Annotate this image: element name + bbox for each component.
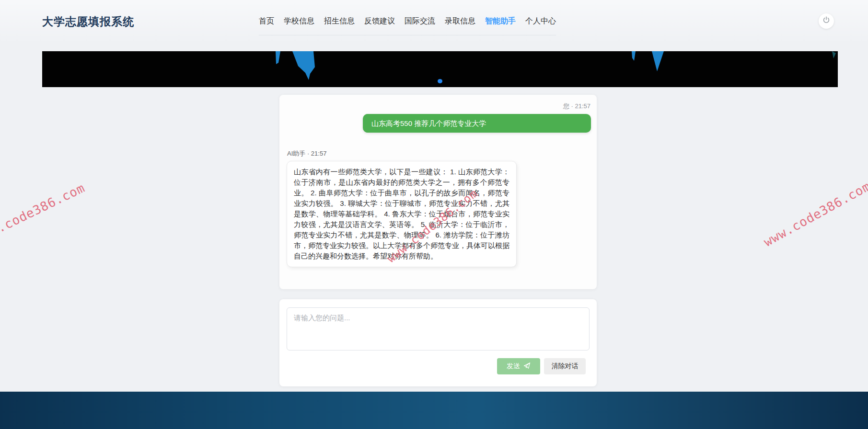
paper-plane-icon bbox=[523, 362, 531, 371]
ai-message-bubble: 山东省内有一些师范类大学，以下是一些建议： 1. 山东师范大学：位于济南市，是山… bbox=[287, 161, 517, 267]
composer-actions: 发送 清除对话 bbox=[279, 358, 597, 374]
header: 大学志愿填报系统 首页 学校信息 招生信息 反馈建议 国际交流 录取信息 智能助… bbox=[0, 0, 868, 43]
nav-item-admissions-info[interactable]: 招生信息 bbox=[324, 16, 355, 26]
nav-item-international[interactable]: 国际交流 bbox=[405, 16, 435, 26]
nav-item-admission-results[interactable]: 录取信息 bbox=[445, 16, 475, 26]
main-nav: 首页 学校信息 招生信息 反馈建议 国际交流 录取信息 智能助手 个人中心 bbox=[259, 16, 556, 35]
footer bbox=[0, 392, 868, 429]
nav-item-school-info[interactable]: 学校信息 bbox=[284, 16, 314, 26]
nav-item-profile[interactable]: 个人中心 bbox=[525, 16, 556, 26]
send-button-label: 发送 bbox=[507, 362, 520, 371]
send-button[interactable]: 发送 bbox=[497, 358, 540, 374]
clear-conversation-button[interactable]: 清除对话 bbox=[544, 358, 586, 374]
logout-button[interactable] bbox=[819, 13, 834, 29]
power-icon bbox=[822, 16, 830, 26]
user-message-meta: 您 · 21:57 bbox=[563, 102, 590, 111]
nav-item-ai-assistant[interactable]: 智能助手 bbox=[485, 16, 516, 26]
ai-message-meta: AI助手 · 21:57 bbox=[287, 149, 326, 158]
watermark-right: www.code386.com bbox=[761, 179, 868, 249]
question-input[interactable] bbox=[287, 307, 590, 350]
chat-history-card: 您 · 21:57 山东高考550 推荐几个师范专业大学 AI助手 · 21:5… bbox=[279, 95, 597, 289]
nav-item-home[interactable]: 首页 bbox=[259, 16, 274, 26]
carousel-banner bbox=[42, 51, 838, 87]
user-message-bubble: 山东高考550 推荐几个师范专业大学 bbox=[363, 114, 591, 133]
watermark-left: www.code386.com bbox=[0, 181, 87, 246]
nav-item-feedback[interactable]: 反馈建议 bbox=[364, 16, 395, 26]
site-title: 大学志愿填报系统 bbox=[42, 14, 134, 29]
page: 大学志愿填报系统 首页 学校信息 招生信息 反馈建议 国际交流 录取信息 智能助… bbox=[0, 0, 868, 429]
carousel-indicator-dot[interactable] bbox=[438, 79, 442, 83]
composer-card: 发送 清除对话 bbox=[279, 299, 597, 386]
